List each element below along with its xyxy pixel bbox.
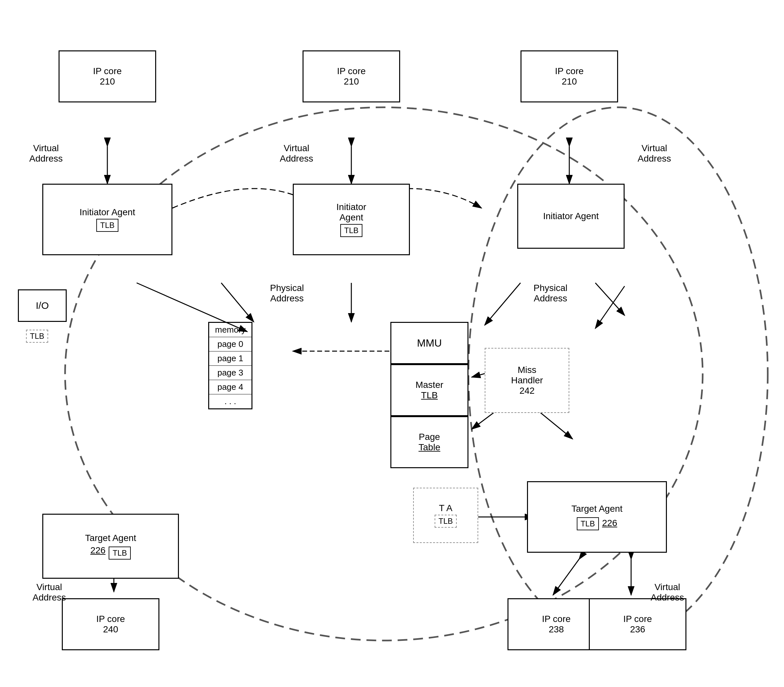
ip-core-4-label: IP core — [96, 614, 125, 624]
target-agent-1-label: Target Agent — [85, 533, 136, 543]
mmu-box: MMU — [390, 322, 468, 364]
mmu-label: MMU — [417, 337, 442, 349]
ip-core-3-box: IP core 210 — [520, 50, 618, 102]
initiator-agent-3-box: Initiator Agent — [517, 184, 624, 249]
initiator-agent-1-tlb: TLB — [96, 219, 119, 232]
ip-core-2-label: IP core — [337, 66, 366, 76]
target-agent-2-tlb: TLB — [577, 517, 599, 530]
master-tlb-label: MasterTLB — [415, 380, 443, 401]
physical-address-label-2: PhysicalAddress — [534, 283, 567, 304]
initiator-agent-2-tlb: TLB — [340, 224, 362, 237]
ip-core-3-label: IP core — [555, 66, 584, 76]
svg-line-12 — [537, 410, 573, 439]
target-agent-2-num: 226 — [602, 518, 618, 528]
miss-handler-box: MissHandler242 — [485, 348, 569, 413]
initiator-agent-2-label: InitiatorAgent — [336, 202, 366, 223]
ip-core-6-num: 236 — [630, 624, 646, 634]
physical-address-label-1: PhysicalAddress — [270, 283, 304, 304]
ip-core-5-label: IP core — [542, 614, 571, 624]
ip-core-1-label: IP core — [93, 66, 122, 76]
target-agent-1-box: Target Agent 226 TLB — [42, 514, 179, 579]
svg-line-15 — [553, 559, 579, 595]
ip-core-6-box: IP core 236 — [589, 598, 687, 650]
virtual-address-label-1: VirtualAddress — [29, 143, 63, 164]
ta-label: T A — [439, 503, 453, 513]
initiator-agent-1-label: Initiator Agent — [79, 207, 135, 217]
memory-row-1: page 0 — [209, 337, 252, 352]
ip-core-6-label: IP core — [623, 614, 652, 624]
ip-core-1-box: IP core 210 — [59, 50, 156, 102]
ip-core-1-num: 210 — [100, 76, 115, 87]
io-label: I/O — [36, 300, 49, 311]
io-box: I/O — [18, 289, 67, 322]
miss-handler-label: MissHandler242 — [511, 365, 543, 396]
virtual-address-label-2: VirtualAddress — [280, 143, 313, 164]
target-agent-1-tlb: TLB — [109, 547, 131, 560]
virtual-address-label-5: VirtualAddress — [651, 582, 684, 603]
ip-core-4-num: 240 — [103, 624, 119, 634]
initiator-agent-2-box: InitiatorAgent TLB — [293, 184, 410, 255]
memory-row-3: page 3 — [209, 366, 252, 380]
io-tlb: TLB — [26, 330, 48, 343]
diagram: IP core 210 IP core 210 IP core 210 Init… — [0, 0, 784, 687]
ip-core-4-box: IP core 240 — [62, 598, 160, 650]
svg-line-19 — [595, 283, 624, 316]
initiator-agent-1-box: Initiator Agent TLB — [42, 184, 173, 255]
page-table-box: PageTable — [390, 416, 468, 468]
virtual-address-label-4: VirtualAddress — [33, 582, 66, 603]
ip-core-5-num: 238 — [549, 624, 564, 634]
ip-core-2-num: 210 — [344, 76, 359, 87]
ip-core-2-box: IP core 210 — [303, 50, 400, 102]
memory-row-0: memory — [209, 323, 252, 337]
master-tlb-box: MasterTLB — [390, 364, 468, 416]
ip-core-3-num: 210 — [562, 76, 577, 87]
ta-box: T A TLB — [413, 488, 478, 543]
svg-line-18 — [595, 286, 624, 329]
initiator-agent-3-label: Initiator Agent — [543, 211, 599, 222]
svg-line-8 — [485, 283, 520, 325]
svg-line-7 — [221, 283, 254, 322]
ta-tlb: TLB — [435, 515, 457, 528]
virtual-address-label-3: VirtualAddress — [637, 143, 671, 164]
page-table-label: PageTable — [419, 432, 440, 453]
target-agent-2-label: Target Agent — [571, 504, 622, 514]
memory-table: memory page 0 page 1 page 3 page 4 . . . — [208, 322, 252, 409]
memory-row-4: page 4 — [209, 380, 252, 394]
target-agent-2-box: Target Agent TLB 226 — [527, 481, 667, 553]
memory-row-2: page 1 — [209, 352, 252, 366]
target-agent-1-num: 226 — [91, 545, 106, 560]
memory-row-5: . . . — [209, 394, 252, 409]
